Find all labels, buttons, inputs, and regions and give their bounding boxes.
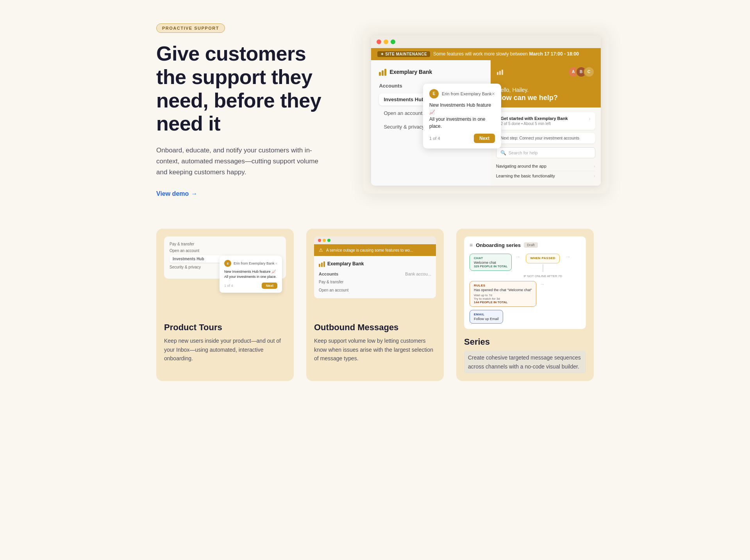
bar1	[379, 72, 381, 76]
om-brand-icon	[319, 261, 325, 267]
page-wrapper: PROACTIVE SUPPORT Give customers the sup…	[125, 0, 625, 412]
sr-chat-label: CHAT	[474, 256, 507, 260]
om-dot-green	[327, 239, 330, 242]
pt-sender: Erin from Exemplary Bank	[234, 261, 275, 265]
chat-bar3	[502, 70, 503, 75]
next-step-card: Next step: Connect your investment accou…	[496, 133, 595, 143]
alert-icon: ⚠	[319, 247, 323, 253]
pt-nav-pay: Pay & transfer	[170, 242, 280, 246]
series-text: Series Create cohesive targeted message …	[464, 337, 586, 373]
tooltip-count: 1 of 4	[429, 136, 440, 141]
help-link-1[interactable]: Navigating around the app ›	[496, 161, 595, 171]
onboarding-card[interactable]: › Get started with Exemplary Bank 2 of 5…	[496, 112, 595, 130]
om-alert-text: A service outage is causing some feature…	[326, 248, 413, 252]
chat-bar2	[499, 71, 501, 75]
om-dot-red	[318, 239, 321, 242]
pt-next-button[interactable]: Next	[262, 283, 277, 289]
search-box[interactable]: 🔍 Search for help	[496, 147, 595, 158]
sr-try-label: Try to match for 3d	[474, 297, 532, 301]
sr-header: ≡ Onboarding series Draft	[470, 242, 580, 248]
series-card: ≡ Onboarding series Draft CHAT Welcome c…	[456, 229, 594, 381]
chat-how-help: How can we help?	[497, 94, 595, 102]
browser-mockup: ✦ SITE MAINTENANCE Some features will wo…	[363, 28, 608, 193]
tooltip-user: E Erin from Exemplary Bank	[429, 89, 492, 98]
om-b2	[321, 263, 323, 267]
browser-content: Exemplary Bank Accounts Investments Hub …	[371, 60, 600, 186]
tooltip-message: New Investments Hub feature 📈 All your i…	[429, 102, 495, 130]
avatar-group: A B C	[571, 66, 595, 77]
product-tours-title: Product Tours	[164, 322, 286, 333]
pt-close-icon: ×	[275, 261, 277, 266]
sr-arrow-3: →	[539, 281, 545, 287]
sr-wait-label: Wait up to 7d	[474, 293, 532, 297]
hero-section: PROACTIVE SUPPORT Give customers the sup…	[156, 23, 594, 197]
pt-count: 1 of 4	[224, 284, 233, 288]
tooltip-close-icon[interactable]: ×	[492, 91, 495, 97]
maintenance-text: Some features will work more slowly betw…	[433, 51, 579, 57]
brand-name: Exemplary Bank	[389, 69, 432, 75]
hero-right: ✦ SITE MAINTENANCE Some features will wo…	[363, 28, 608, 193]
om-mockup-inner: ⚠ A service outage is causing some featu…	[314, 236, 436, 298]
series-mockup: ≡ Onboarding series Draft CHAT Welcome c…	[464, 236, 586, 329]
om-b3	[323, 261, 325, 267]
sr-arrow-2: →	[565, 254, 571, 260]
om-accounts-label: Accounts Bank accou...	[319, 272, 431, 276]
outbound-messages-text: Outbound Messages Keep support volume lo…	[314, 322, 436, 363]
chevron-icon-2: ›	[594, 174, 595, 178]
outbound-messages-mockup: ⚠ A service outage is causing some featu…	[314, 236, 436, 315]
arrow-right-icon: →	[191, 190, 197, 197]
product-tours-mockup: Pay & transfer Open an account Investmen…	[164, 236, 286, 315]
onboarding-chevron-icon: ›	[589, 116, 591, 122]
bar3	[384, 69, 386, 76]
chat-widget: A B C Hello, Hailey. How can we help?	[491, 60, 601, 186]
cards-section: Pay & transfer Open an account Investmen…	[156, 229, 594, 381]
sr-chat-node: CHAT Welcome chat 329 PEOPLE IN TOTAL	[470, 254, 512, 271]
onboarding-progress: 2 of 5 done • About 5 min left	[501, 122, 591, 126]
pt-avatar: E	[224, 260, 231, 267]
product-tours-desc: Keep new users inside your product—and o…	[164, 336, 286, 363]
help-link-2[interactable]: Learning the basic functionality ›	[496, 171, 595, 181]
browser-inner: ✦ SITE MAINTENANCE Some features will wo…	[371, 36, 600, 186]
view-demo-label: View demo	[156, 190, 189, 197]
pt-footer: 1 of 4 Next	[224, 283, 277, 289]
tooltip-next-button[interactable]: Next	[474, 134, 495, 143]
chat-header-icon	[497, 69, 503, 75]
tooltip-footer: 1 of 4 Next	[429, 134, 495, 143]
badge: PROACTIVE SUPPORT	[156, 23, 225, 33]
dot-green	[391, 39, 395, 44]
app-brand: Exemplary Bank	[379, 68, 482, 76]
om-brand: Exemplary Bank	[319, 261, 431, 267]
chat-header: A B C	[491, 60, 601, 84]
sr-stat-1: 329 PEOPLE IN TOTAL	[474, 265, 507, 268]
dot-red	[377, 39, 381, 44]
onboarding-title: Get started with Exemplary Bank	[501, 116, 591, 121]
brand-icon	[379, 68, 386, 76]
pt-tooltip: E Erin from Exemplary Bank × New Investm…	[220, 256, 282, 292]
om-brand-name: Exemplary Bank	[327, 261, 364, 267]
pt-message: New Investments Hub feature 📈 All your i…	[224, 269, 277, 279]
pt-tooltip-user: E Erin from Exemplary Bank	[224, 260, 275, 267]
sr-rules-node: RULES Has opened the chat "Welcome chat"…	[470, 281, 536, 307]
hero-description: Onboard, educate, and notify your custom…	[156, 145, 320, 178]
product-tours-text: Product Tours Keep new users inside your…	[164, 322, 286, 363]
dot-yellow	[384, 39, 388, 44]
sr-arrow-1: →	[515, 254, 520, 260]
view-demo-link[interactable]: View demo →	[156, 190, 197, 197]
maintenance-badge: ✦ SITE MAINTENANCE	[377, 51, 430, 57]
tooltip-header: E Erin from Exemplary Bank ×	[429, 89, 495, 98]
tooltip-avatar: E	[429, 89, 439, 98]
sr-draft-badge: Draft	[524, 242, 538, 248]
om-browser-bar	[314, 236, 436, 244]
sr-vertical-line	[543, 264, 543, 272]
sr-flow: CHAT Welcome chat 329 PEOPLE IN TOTAL → …	[470, 254, 580, 324]
sr-when-passed-label: WHEN PASSED	[530, 256, 555, 260]
chat-body: › Get started with Exemplary Bank 2 of 5…	[491, 107, 601, 186]
sr-rules-val: Has opened the chat "Welcome chat"	[474, 288, 532, 292]
om-alert: ⚠ A service outage is causing some featu…	[314, 244, 436, 256]
product-tours-card: Pay & transfer Open an account Investmen…	[156, 229, 294, 381]
om-items: Pay & transfer Open an account	[319, 279, 431, 293]
hero-left: PROACTIVE SUPPORT Give customers the sup…	[156, 23, 340, 197]
search-icon: 🔍	[500, 150, 506, 156]
om-b1	[319, 264, 320, 267]
sr-when-passed-container: WHEN PASSED IF NOT ONLINE AFTER 7D	[523, 254, 562, 278]
